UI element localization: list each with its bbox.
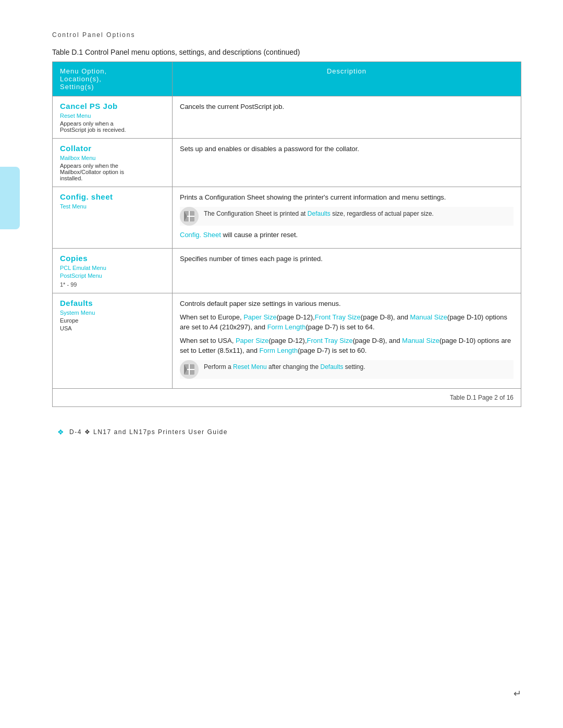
table-footer-row: Table D.1 Page 2 of 16 xyxy=(53,388,521,406)
option-setting: 1* - 99 xyxy=(60,281,165,288)
cyan-text: Front Tray Size xyxy=(315,313,361,321)
description-cell: Specifies number of times each page is p… xyxy=(173,249,521,293)
note-text: Perform a Reset Menu after changing the … xyxy=(204,360,365,372)
option-location: Mailbox Menu xyxy=(60,155,165,161)
cyan-text: Defaults xyxy=(308,210,331,217)
description-text: Sets up and enables or disables a passwo… xyxy=(180,144,513,154)
description-cell: Sets up and enables or disables a passwo… xyxy=(173,139,521,187)
option-location: Reset Menu xyxy=(60,113,165,119)
note-box: The Configuration Sheet is printed at De… xyxy=(180,207,513,226)
note-icon xyxy=(180,360,199,379)
option-location: System Menu xyxy=(60,310,165,316)
description-cell: Prints a Configuration Sheet showing the… xyxy=(173,187,521,249)
option-name: Config. sheet xyxy=(60,192,165,201)
table-row: Defaults System Menu Europe USA Controls… xyxy=(53,293,521,389)
table-row: Config. sheet Test Menu Prints a Configu… xyxy=(53,187,521,249)
col2-header-text: Description xyxy=(327,67,366,75)
side-tab xyxy=(0,167,20,229)
option-note-2: USA xyxy=(60,325,165,331)
page-footer: ❖ D-4 ❖ LN17 and LN17ps Printers User Gu… xyxy=(52,428,521,436)
table-title: Table D.1 Control Panel menu options, se… xyxy=(52,48,521,56)
note-svg-icon xyxy=(182,362,197,377)
cyan-text: Form Length xyxy=(259,347,298,354)
option-location-2: PostScript Menu xyxy=(60,273,165,279)
section-header: Control Panel Options xyxy=(52,31,521,39)
diamond-icon: ❖ xyxy=(57,428,64,436)
description-text: Prints a Configuration Sheet showing the… xyxy=(180,192,513,203)
option-note: Appears only when aPostScript job is rec… xyxy=(60,120,165,133)
option-name: Cancel PS Job xyxy=(60,102,165,110)
col1-header: Menu Option,Location(s),Setting(s) xyxy=(53,62,173,96)
usa-desc: When set to USA, Paper Size(page D-12),F… xyxy=(180,336,513,356)
option-location: Test Menu xyxy=(60,203,165,209)
table-row: Cancel PS Job Reset Menu Appears only wh… xyxy=(53,96,521,139)
option-name: Collator xyxy=(60,144,165,153)
table-footer-text: Table D.1 Page 2 of 16 xyxy=(450,394,513,401)
note-icon xyxy=(180,207,199,226)
cyan-text: Paper Size xyxy=(236,337,269,344)
table-header-row: Menu Option,Location(s),Setting(s) Descr… xyxy=(53,62,521,96)
option-name: Defaults xyxy=(60,299,165,307)
description-text: Cancels the current PostScript job. xyxy=(180,102,513,112)
col1-header-text: Menu Option,Location(s),Setting(s) xyxy=(60,67,107,91)
option-cell: Copies PCL Emulat Menu PostScript Menu 1… xyxy=(53,249,173,293)
option-cell: Defaults System Menu Europe USA xyxy=(53,293,173,389)
page-wrapper: Control Panel Options Table D.1 Control … xyxy=(0,0,563,728)
table-row: Copies PCL Emulat Menu PostScript Menu 1… xyxy=(53,249,521,293)
config-sheet-link: Config. Sheet xyxy=(180,231,221,239)
note-svg-icon xyxy=(182,209,197,224)
table-footer-cell: Table D.1 Page 2 of 16 xyxy=(53,388,521,406)
note-text: The Configuration Sheet is printed at De… xyxy=(204,207,434,218)
option-location: PCL Emulat Menu xyxy=(60,265,165,271)
europe-desc: When set to Europe, Paper Size(page D-12… xyxy=(180,312,513,332)
corner-mark: ↵ xyxy=(513,688,521,699)
note-box: Perform a Reset Menu after changing the … xyxy=(180,360,513,379)
main-table: Menu Option,Location(s),Setting(s) Descr… xyxy=(52,61,521,407)
page-footer-text: D-4 ❖ LN17 and LN17ps Printers User Guid… xyxy=(69,428,228,436)
col2-header: Description xyxy=(173,62,521,96)
cyan-text: Front Tray Size xyxy=(307,337,353,344)
description-cell: Controls default paper size settings in … xyxy=(173,293,521,389)
option-cell: Config. sheet Test Menu xyxy=(53,187,173,249)
description-cell: Cancels the current PostScript job. xyxy=(173,96,521,139)
table-row: Collator Mailbox Menu Appears only when … xyxy=(53,139,521,187)
config-sheet-reset-text: Config. Sheet will cause a printer reset… xyxy=(180,230,513,240)
cyan-text: Defaults xyxy=(320,363,343,371)
cyan-text: Manual Size xyxy=(402,337,439,344)
option-note: Europe xyxy=(60,317,165,324)
description-text: Specifies number of times each page is p… xyxy=(180,254,513,264)
option-cell: Cancel PS Job Reset Menu Appears only wh… xyxy=(53,96,173,139)
option-note: Appears only when theMailbox/Collator op… xyxy=(60,163,165,181)
cyan-text: Manual Size xyxy=(410,313,448,321)
cyan-text: Paper Size xyxy=(243,313,277,321)
option-name: Copies xyxy=(60,254,165,263)
option-cell: Collator Mailbox Menu Appears only when … xyxy=(53,139,173,187)
cyan-text: Form Length xyxy=(267,323,306,331)
description-text: Controls default paper size settings in … xyxy=(180,299,513,309)
cyan-text: Reset Menu xyxy=(233,363,267,371)
